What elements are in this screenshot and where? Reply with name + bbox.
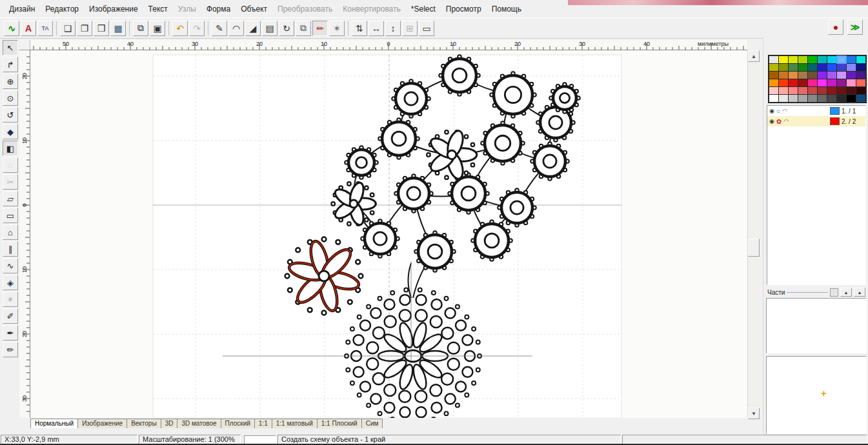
menu-item-8[interactable]: Конвертировать [338,3,406,15]
view-tab-0[interactable]: Нормальный [30,419,78,428]
palette-swatch-8[interactable] [847,56,856,63]
palette-swatch-13[interactable] [798,64,807,71]
scrollbar-thumb[interactable] [748,239,760,257]
visibility-icon[interactable]: ◉ [769,108,774,114]
menu-item-0[interactable]: Дизайн [4,3,40,15]
palette-swatch-34[interactable] [808,79,817,86]
polygon-tool-icon[interactable]: ▱ [3,191,18,206]
palette-swatch-44[interactable] [808,87,817,94]
palette-swatch-6[interactable] [827,56,836,63]
palette-swatch-24[interactable] [808,72,817,79]
palette-swatch-35[interactable] [818,79,827,86]
palette-swatch-14[interactable] [808,64,817,71]
palette-swatch-49[interactable] [856,87,865,94]
palette-swatch-39[interactable] [856,79,865,86]
hatch-tool-icon[interactable]: ∥ [3,241,18,257]
palette-swatch-27[interactable] [837,72,846,79]
duplicate-tool-icon[interactable]: ⧉ [296,21,311,36]
palette-swatch-0[interactable] [769,56,778,63]
view-tab-6[interactable]: 1:1 [254,419,272,428]
scroll-up-icon[interactable]: ▲ [748,50,760,62]
node-edit-tool-icon[interactable]: ↱ [3,57,18,72]
align-vertical-icon[interactable]: ↕ [385,21,401,36]
text-tool-icon[interactable]: A [21,21,36,36]
menu-item-9[interactable]: *Select [406,3,441,15]
palette-swatch-1[interactable] [779,56,788,63]
sort-icon[interactable]: ⇅ [352,21,367,36]
zoom-area-tool-icon[interactable]: ⊙ [3,90,18,106]
palette-swatch-47[interactable] [837,87,846,94]
sheet-tool-icon[interactable]: ▤ [262,21,278,36]
palette-swatch-48[interactable] [847,87,856,94]
pin-tool-icon[interactable]: ✒ [3,325,18,341]
palette-swatch-58[interactable] [847,95,856,102]
zoom-input[interactable] [244,435,276,444]
open-file-icon[interactable]: ❐ [77,21,92,36]
parts-box-button[interactable] [830,288,838,297]
distribute-icon[interactable]: ⊞ [402,21,418,36]
view-tab-9[interactable]: Сим [361,419,383,428]
vertical-scrollbar[interactable]: ▲ ▼ [747,50,758,418]
palette-swatch-10[interactable] [769,64,778,71]
view-tab-4[interactable]: 3D матовое [177,419,221,428]
palette-swatch-7[interactable] [837,56,846,63]
rotate-tool-icon[interactable]: ↻ [279,21,294,36]
view-tab-7[interactable]: 1:1 матовый [272,419,318,428]
view-tab-2[interactable]: Векторы [126,419,161,428]
design-canvas[interactable] [30,50,747,418]
palette-swatch-55[interactable] [818,95,827,102]
palette-swatch-38[interactable] [847,79,856,86]
palette-swatch-53[interactable] [798,95,807,102]
preview-box[interactable]: + [766,356,867,444]
view-tab-1[interactable]: Изображение [77,419,127,428]
layer-color-chip[interactable] [830,107,840,115]
view-tab-8[interactable]: 1:1 Плоский [317,419,362,428]
satin-tool-icon[interactable]: ◧ [3,141,18,156]
palette-swatch-16[interactable] [827,64,836,71]
menu-item-2[interactable]: Изображение [84,3,143,15]
import-file-icon[interactable]: ❒ [94,21,109,36]
measure-tool-icon[interactable]: ✏ [3,342,18,357]
menu-item-1[interactable]: Редактор [40,3,84,15]
palette-swatch-31[interactable] [779,79,788,86]
parts-list[interactable] [766,298,867,353]
palette-swatch-26[interactable] [827,72,836,79]
palette-swatch-22[interactable] [789,72,798,79]
layer-color-chip[interactable] [830,117,840,125]
trapezoid-tool-icon[interactable]: ▭ [3,208,18,223]
zoom-tool-icon[interactable]: ⊕ [3,74,18,89]
cut-tool-icon[interactable]: ✂ [3,174,18,190]
save-file-icon[interactable]: ▦ [110,21,126,36]
slant-tool-icon[interactable]: ◢ [245,21,261,36]
palette-swatch-40[interactable] [769,87,778,94]
palette-swatch-21[interactable] [779,72,788,79]
palette-swatch-17[interactable] [837,64,846,71]
layer-row-1[interactable]: ◉○◠1. / 1 [767,106,865,116]
palette-swatch-56[interactable] [827,95,836,102]
layer-list[interactable]: ◉○◠1. / 1◉✿◠2. / 2 [767,105,866,285]
palette-swatch-54[interactable] [808,95,817,102]
palette-swatch-4[interactable] [808,56,817,63]
palette-swatch-3[interactable] [798,56,807,63]
stitch-color-tool-icon[interactable]: ✏ [312,21,328,36]
palette-swatch-11[interactable] [779,64,788,71]
palette-swatch-50[interactable] [769,95,778,102]
frame-icon[interactable]: ▭ [419,21,434,36]
view-tab-5[interactable]: Плоский [221,419,255,428]
palette-swatch-2[interactable] [789,56,798,63]
palette-swatch-45[interactable] [818,87,827,94]
parts-up-button[interactable]: ▲ [840,288,852,297]
menu-item-4[interactable]: Узлы [173,3,201,15]
menu-item-5[interactable]: Форма [201,3,236,15]
pen-tool-icon[interactable]: ✎ [212,21,227,36]
star-tool-icon[interactable]: ✶ [329,21,345,36]
palette-swatch-57[interactable] [837,95,846,102]
palette-swatch-42[interactable] [789,87,798,94]
fill-shape-tool-icon[interactable]: ◆ [3,124,18,139]
palette-swatch-23[interactable] [798,72,807,79]
copy-icon[interactable]: ⧉ [133,21,148,36]
gear-tool-icon[interactable]: ✶ [3,292,18,307]
palette-swatch-9[interactable] [856,56,865,63]
arc-tool-icon[interactable]: ◠ [228,21,244,36]
menu-item-6[interactable]: Объект [236,3,272,15]
